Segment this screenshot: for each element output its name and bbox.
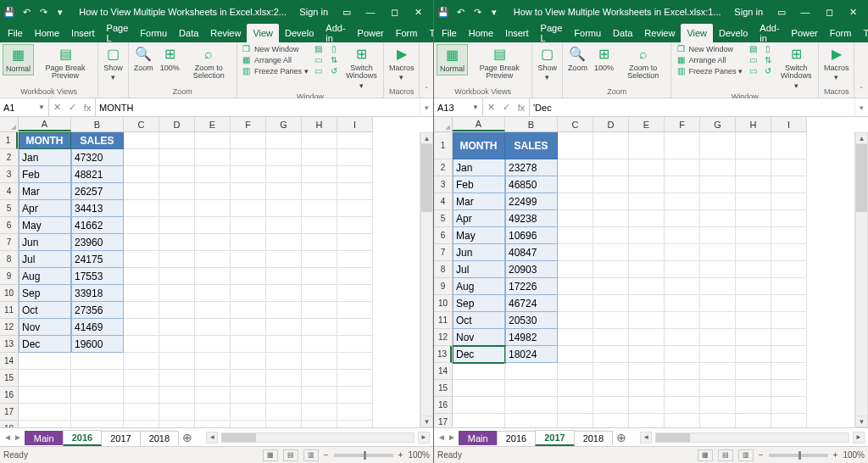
table-cell[interactable]: Sep [19, 285, 71, 302]
cell[interactable] [195, 217, 231, 234]
table-cell[interactable]: 20530 [505, 312, 558, 329]
cell[interactable] [700, 312, 736, 329]
row-header[interactable]: 11 [0, 302, 18, 319]
cell[interactable] [771, 380, 807, 397]
cell[interactable] [159, 302, 195, 319]
cell[interactable] [266, 200, 302, 217]
cell[interactable] [736, 397, 771, 414]
cell[interactable] [124, 251, 159, 268]
cell[interactable] [736, 261, 771, 278]
new-window-button[interactable]: ❐New Window [674, 44, 744, 54]
view-normal-icon[interactable]: ▦ [263, 449, 278, 461]
row-header[interactable]: 4 [434, 193, 452, 210]
table-cell[interactable]: Sep [453, 295, 505, 312]
cell[interactable] [629, 329, 665, 346]
row-header[interactable]: 2 [0, 149, 18, 166]
switch-windows-button[interactable]: ⊞Switch Windows▾ [776, 44, 815, 92]
cell[interactable] [665, 210, 700, 227]
column-header[interactable]: F [231, 117, 266, 131]
cell[interactable] [700, 227, 736, 244]
cell[interactable] [665, 380, 700, 397]
row-header[interactable]: 4 [0, 183, 18, 200]
tab-power[interactable]: Power [352, 24, 390, 42]
cell[interactable] [71, 353, 124, 370]
row-header[interactable]: 17 [0, 404, 18, 421]
cell[interactable] [195, 336, 231, 353]
collapse-ribbon-icon[interactable]: ˆ [854, 42, 868, 98]
select-all-corner[interactable] [0, 117, 19, 132]
cell[interactable] [700, 380, 736, 397]
row-header[interactable]: 5 [434, 210, 452, 227]
view-layout-icon[interactable]: ▤ [283, 449, 298, 461]
cell[interactable] [71, 404, 124, 421]
cell[interactable] [771, 159, 807, 176]
cell[interactable] [195, 302, 231, 319]
cell[interactable] [337, 285, 373, 302]
column-header[interactable]: C [124, 117, 159, 131]
column-header[interactable]: A [19, 117, 71, 131]
column-header[interactable]: E [195, 117, 231, 131]
cell[interactable] [195, 166, 231, 183]
cell[interactable] [302, 387, 337, 404]
tab-home[interactable]: Home [463, 24, 499, 42]
zoom-out-icon[interactable]: − [324, 450, 329, 460]
cell[interactable] [593, 132, 629, 159]
tab-review[interactable]: Review [204, 24, 247, 42]
cell[interactable] [558, 159, 593, 176]
cell[interactable] [337, 217, 373, 234]
cell[interactable] [629, 295, 665, 312]
cell[interactable] [665, 261, 700, 278]
cell[interactable] [665, 132, 700, 159]
cell[interactable] [266, 336, 302, 353]
row-header[interactable]: 13 [0, 336, 18, 353]
sheet-tab[interactable]: 2016 [497, 431, 536, 445]
ribbon-options-icon[interactable]: ▭ [335, 3, 359, 20]
reset-pos-button[interactable]: ↺ [327, 66, 341, 76]
table-cell[interactable]: 10696 [505, 227, 558, 244]
cell[interactable] [700, 244, 736, 261]
cell[interactable] [665, 312, 700, 329]
cell[interactable] [195, 234, 231, 251]
cell[interactable] [700, 363, 736, 380]
formula-input[interactable]: MONTH [96, 98, 420, 116]
cell[interactable] [159, 251, 195, 268]
table-header-cell[interactable]: SALES [71, 132, 124, 149]
cell[interactable] [736, 312, 771, 329]
scroll-left-icon[interactable]: ◄ [640, 432, 652, 443]
cell[interactable] [231, 353, 266, 370]
cell[interactable] [593, 193, 629, 210]
tab-nav-next-icon[interactable]: ► [14, 432, 22, 442]
cell[interactable] [231, 319, 266, 336]
tab-add-in[interactable]: Add-in [754, 24, 785, 42]
cell[interactable] [124, 183, 159, 200]
zoom-button[interactable]: 🔍Zoom [565, 44, 590, 74]
row-header[interactable]: 5 [0, 200, 18, 217]
cell[interactable] [231, 132, 266, 149]
cell[interactable] [337, 302, 373, 319]
cell[interactable] [771, 193, 807, 210]
cell[interactable] [195, 387, 231, 404]
cell[interactable] [124, 404, 159, 421]
horizontal-scrollbar[interactable]: ◄► [637, 432, 868, 443]
row-header[interactable]: 15 [434, 380, 452, 397]
worksheet-grid[interactable]: ABCDEFGHI123456789101112131415161718MONT… [434, 117, 868, 427]
cell[interactable] [629, 363, 665, 380]
cell[interactable] [558, 261, 593, 278]
cell[interactable] [736, 380, 771, 397]
zoom-slider[interactable] [769, 454, 828, 457]
table-cell[interactable]: 41662 [71, 217, 124, 234]
cell[interactable] [159, 183, 195, 200]
cell[interactable] [159, 268, 195, 285]
table-cell[interactable]: Jul [453, 261, 505, 278]
cell[interactable] [302, 217, 337, 234]
cell[interactable] [771, 363, 807, 380]
signin-link[interactable]: Sign in [299, 7, 328, 17]
cell[interactable] [231, 200, 266, 217]
view-side-button[interactable]: ▯ [327, 44, 341, 54]
cell[interactable] [736, 414, 771, 427]
unhide-button[interactable]: ▭ [746, 66, 760, 76]
table-cell[interactable]: 19600 [71, 336, 124, 353]
table-cell[interactable]: Oct [19, 302, 71, 319]
cell[interactable] [736, 363, 771, 380]
table-cell[interactable]: Jan [19, 149, 71, 166]
